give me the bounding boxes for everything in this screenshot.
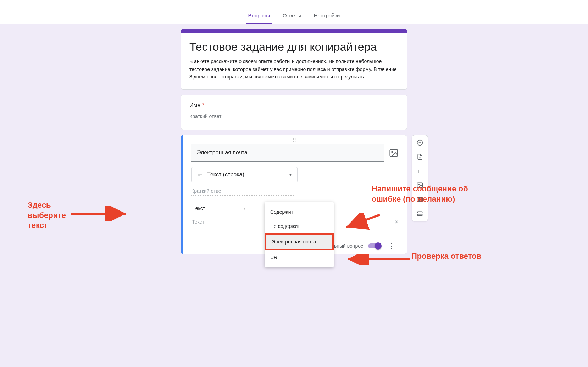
dropdown-option-url[interactable]: URL — [265, 250, 334, 264]
form-description[interactable]: В анкете расскажите о своем опыте работы… — [189, 58, 399, 81]
form-title[interactable]: Тестовое задание для копирайтера — [189, 40, 399, 54]
validation-type-label: Текст — [193, 206, 205, 211]
dropdown-option-email[interactable]: Электронная почта — [265, 233, 334, 250]
question-label: Имя * — [189, 102, 399, 109]
question-type-dropdown[interactable]: Текст (строка) ▼ — [191, 167, 298, 182]
add-section-icon[interactable] — [416, 210, 424, 218]
caret-down-icon: ▼ — [243, 207, 246, 210]
svg-rect-0 — [390, 149, 398, 156]
required-toggle[interactable] — [368, 243, 381, 248]
more-options-icon[interactable]: ⋮ — [386, 242, 397, 250]
svg-rect-9 — [417, 214, 422, 216]
remove-validation-icon[interactable]: × — [394, 218, 399, 226]
short-text-icon — [196, 171, 203, 178]
add-question-icon[interactable] — [416, 139, 424, 147]
dropdown-option-not-contains[interactable]: Не содержит — [265, 219, 334, 233]
tabs: Вопросы Ответы Настройки — [246, 9, 342, 24]
tab-answers[interactable]: Ответы — [281, 9, 303, 24]
svg-text:T: T — [417, 169, 420, 174]
svg-point-1 — [392, 151, 393, 153]
caret-down-icon: ▼ — [289, 173, 292, 177]
short-answer-placeholder: Краткий ответ — [189, 114, 294, 121]
question-card-name[interactable]: Имя * Краткий ответ — [181, 95, 407, 130]
dropdown-option-contains[interactable]: Содержит — [265, 205, 334, 219]
tab-questions[interactable]: Вопросы — [246, 9, 272, 24]
add-title-icon[interactable]: TT — [416, 167, 424, 175]
question-type-label: Текст (строка) — [207, 171, 244, 178]
floating-toolbar: TT — [412, 135, 428, 221]
required-indicator: * — [202, 102, 204, 108]
annotation-right-bottom: Проверка ответов — [411, 251, 482, 262]
svg-rect-8 — [417, 212, 422, 213]
import-questions-icon[interactable] — [416, 153, 424, 161]
annotation-right-top: Напишите сообщение об ошибке (по желанию… — [372, 184, 478, 204]
drag-handle-icon[interactable]: ⠿ — [183, 135, 407, 144]
tab-settings[interactable]: Настройки — [312, 9, 342, 24]
arrow-right-bottom-icon — [344, 254, 411, 265]
validation-condition-menu: Содержит Не содержит Электронная почта U… — [265, 202, 334, 267]
validation-type-dropdown[interactable]: Текст ▼ — [191, 203, 248, 213]
top-bar: Вопросы Ответы Настройки — [0, 0, 588, 24]
annotation-left: Здесь выберите текст — [28, 200, 88, 231]
question-title-input[interactable] — [191, 144, 384, 162]
add-image-icon[interactable] — [389, 148, 399, 158]
short-answer-preview: Краткий ответ — [191, 188, 295, 196]
question-label-text: Имя — [189, 102, 200, 108]
form-header-card: Тестовое задание для копирайтера В анкет… — [181, 29, 407, 90]
validation-text-input[interactable]: Текст — [191, 217, 259, 227]
svg-text:T: T — [420, 170, 422, 174]
